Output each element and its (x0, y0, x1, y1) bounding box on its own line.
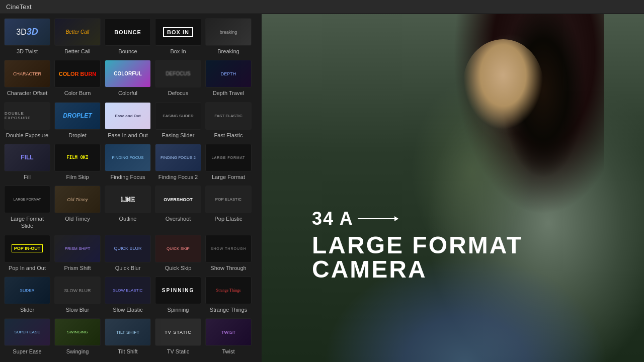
thumb-text-tvstatic: TV STATIC (165, 330, 192, 335)
item-charoffset[interactable]: CHARACTERCharacter Offset (2, 58, 52, 100)
thumb-bettercall: Better Call (54, 18, 101, 46)
item-bettercall[interactable]: Better CallBetter Call (52, 16, 103, 58)
item-findingfocus[interactable]: FINDING FOCUSFinding Focus (103, 142, 153, 184)
thumb-text-strangethings: Strange Things (216, 288, 241, 293)
label-outline: Outline (103, 215, 153, 222)
item-largeformatslide[interactable]: LARGE FORMATLarge Format Slide (2, 184, 52, 233)
thumb-3dtwist: 3D (4, 18, 50, 46)
label-slider: Slider (2, 306, 52, 313)
thumb-breaking: breaking (205, 18, 252, 46)
label-slowblur: Slow Blur (52, 306, 103, 313)
label-tiltshift: Tilt Shift (103, 348, 153, 355)
thumb-fastelastic: FAST ELASTIC (205, 102, 252, 130)
thumb-slowelastic: SLOW ELASTIC (105, 277, 151, 304)
app-title: CineText (0, 0, 644, 14)
thumb-text-slowelastic: SLOW ELASTIC (113, 288, 142, 293)
label-defocus: Defocus (153, 89, 203, 97)
thumb-findingfocus2: FINDING FOCUS 2 (155, 144, 201, 171)
item-slowblur[interactable]: SLOW BLURSlow Blur (52, 275, 103, 316)
label-popelastic: Pop Elastic (203, 215, 254, 222)
thumb-overshoot: OVERSHOOT (155, 186, 201, 213)
thumb-twist: TWIST (205, 318, 252, 346)
item-spinning[interactable]: SPINNINGSpinning (153, 275, 203, 316)
item-bounce[interactable]: BOUNCEBounce (103, 16, 153, 58)
item-quickblur[interactable]: QUICK BLURQuick Blur (103, 233, 153, 275)
item-strangethings[interactable]: Strange ThingsStrange Things (203, 275, 254, 316)
thumb-text-twist: TWIST (221, 330, 235, 335)
item-doubleexp[interactable]: DOUBLE EXPOSUREDouble Exposure (2, 100, 52, 142)
thumb-swinging: SWINGING (54, 318, 101, 346)
thumb-text-overshoot: OVERSHOOT (164, 197, 193, 202)
thumb-tiltshift: TILT SHIFT (105, 318, 151, 346)
item-tiltshift[interactable]: TILT SHIFTTilt Shift (103, 316, 153, 358)
label-tvstatic: TV Static (153, 348, 203, 355)
thumb-text-3dtwist: 3D (16, 28, 26, 37)
item-droplet[interactable]: DROPLETDroplet (52, 100, 103, 142)
item-quickskip[interactable]: QUICK SKIPQuick Skip (153, 233, 203, 275)
item-3dtwist[interactable]: 3D3D Twist (2, 16, 52, 58)
item-largeformat[interactable]: LARGE FORMATLarge Format (203, 142, 254, 184)
item-popelastic[interactable]: POP ELASTICPop Elastic (203, 184, 254, 233)
item-boxin[interactable]: BOX INBox In (153, 16, 203, 58)
label-bounce: Bounce (103, 48, 153, 55)
thumb-text-fastelastic: FAST ELASTIC (214, 114, 242, 118)
thumb-strangethings: Strange Things (205, 277, 252, 304)
thumb-filmskip: FILM OKI (54, 144, 101, 171)
item-swinging[interactable]: SWINGINGSwinging (52, 316, 103, 358)
thumb-text-easeinout: Ease and Out (115, 114, 140, 118)
item-colorburn[interactable]: COLOR BURNColor Burn (52, 58, 103, 100)
label-popinout: Pop In and Out (2, 264, 52, 272)
item-showthrough[interactable]: SHOW THROUGHShow Through (203, 233, 254, 275)
thumb-text-quickskip: QUICK SKIP (167, 246, 190, 251)
preview-number: 34 A (312, 208, 354, 229)
thumb-text-bounce: BOUNCE (114, 29, 141, 35)
thumb-text-largeformat: LARGE FORMAT (212, 156, 246, 159)
label-twist: Twist (203, 348, 254, 355)
label-swinging: Swinging (52, 348, 103, 355)
item-fill[interactable]: FILLFill (2, 142, 52, 184)
label-spinning: Spinning (153, 306, 203, 313)
item-breaking[interactable]: breakingBreaking (203, 16, 254, 58)
item-slowelastic[interactable]: SLOW ELASTICSlow Elastic (103, 275, 153, 316)
thumb-text-charoffset: CHARACTER (13, 71, 41, 76)
item-overshoot[interactable]: OVERSHOOTOvershoot (153, 184, 203, 233)
thumb-text-popelastic: POP ELASTIC (215, 197, 242, 202)
label-depthtravel: Depth Travel (203, 89, 254, 97)
thumb-easingslider: EASING SLIDER (155, 102, 201, 130)
thumb-charoffset: CHARACTER (4, 60, 50, 87)
thumb-boxin: BOX IN (155, 18, 201, 46)
main-content: 3D3D TwistBetter CallBetter CallBOUNCEBo… (0, 14, 644, 362)
item-depthtravel[interactable]: DEPTHDepth Travel (203, 58, 254, 100)
label-showthrough: Show Through (203, 264, 254, 272)
thumb-outline: LINE (105, 186, 151, 213)
item-easeinout[interactable]: Ease and OutEase In and Out (103, 100, 153, 142)
item-prismshift[interactable]: PRISM SHIFTPrism Shift (52, 233, 103, 275)
thumb-colorburn: COLOR BURN (54, 60, 101, 87)
item-oldtimey[interactable]: Old TimeyOld Timey (52, 184, 103, 233)
preview-pane: 34 A LARGE FORMAT CAMERA (262, 14, 644, 362)
item-outline[interactable]: LINEOutline (103, 184, 153, 233)
thumb-depthtravel: DEPTH (205, 60, 252, 87)
item-tvstatic[interactable]: TV STATICTV Static (153, 316, 203, 358)
item-findingfocus2[interactable]: FINDING FOCUS 2Finding Focus 2 (153, 142, 203, 184)
label-colorburn: Color Burn (52, 89, 103, 97)
thumb-slowblur: SLOW BLUR (54, 277, 101, 304)
item-superease[interactable]: SUPER EASESuper Ease (2, 316, 52, 358)
item-fastelastic[interactable]: FAST ELASTICFast Elastic (203, 100, 254, 142)
item-slider[interactable]: SLIDERSlider (2, 275, 52, 316)
label-quickblur: Quick Blur (103, 264, 153, 272)
item-filmskip[interactable]: FILM OKIFilm Skip (52, 142, 103, 184)
item-defocus[interactable]: DEFOCUSDefocus (153, 58, 203, 100)
arrow-line (358, 218, 398, 219)
thumb-colorful: COLORFUL (105, 60, 151, 87)
thumb-prismshift: PRISM SHIFT (54, 235, 101, 262)
label-slowelastic: Slow Elastic (103, 306, 153, 313)
thumb-droplet: DROPLET (54, 102, 101, 130)
item-twist[interactable]: TWISTTwist (203, 316, 254, 358)
item-colorful[interactable]: COLORFULColorful (103, 58, 153, 100)
item-popinout[interactable]: POP IN-OUTPop In and Out (2, 233, 52, 275)
thumb-text-droplet: DROPLET (63, 112, 92, 119)
label-3dtwist: 3D Twist (2, 48, 52, 55)
item-easingslider[interactable]: EASING SLIDEREasing Slider (153, 100, 203, 142)
label-superease: Super Ease (2, 348, 52, 355)
